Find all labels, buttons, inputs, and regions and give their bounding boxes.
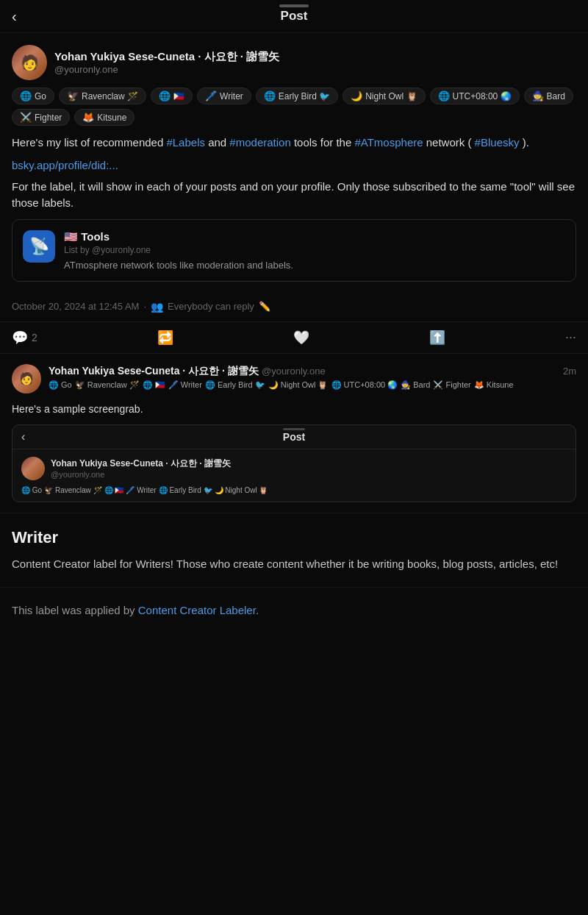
embed-icon: 📡: [23, 230, 55, 263]
label-writer-text: Writer: [220, 91, 243, 102]
post-labels-row: 🌐 Go 🦅 Ravenclaw 🪄 🌐 🇵🇭 🖊️ Writer 🌐 Earl…: [12, 88, 576, 126]
screenshot-author-row: Yohan Yukiya Sese-Cuneta · 사요한 · 謝雪矢 @yo…: [21, 457, 567, 480]
label-chip-bard[interactable]: 🧙 Bard: [524, 88, 573, 104]
utc-icon: 🌐: [438, 90, 450, 102]
comment-button[interactable]: 💬 2: [12, 330, 37, 346]
label-chip-writer[interactable]: 🖊️ Writer: [197, 88, 251, 104]
applied-prefix: This label was applied by: [12, 604, 138, 616]
label-chip-earlybird[interactable]: 🌐 Early Bird 🐦: [256, 88, 338, 104]
author-info: Yohan Yukiya Sese-Cuneta · 사요한 · 謝雪矢 @yo…: [54, 50, 279, 75]
label-info-desc: Content Creator label for Writers! Those…: [12, 556, 576, 573]
reply-label-kitsune[interactable]: 🦊 Kitsune: [474, 380, 514, 390]
label-flag-text: 🇵🇭: [173, 91, 184, 102]
hashtag-moderation[interactable]: #moderation: [229, 136, 290, 149]
reply-label-ravenclaw[interactable]: 🦅 Ravenclaw 🪄: [75, 380, 140, 390]
writer-icon: 🖊️: [205, 90, 217, 102]
label-chip-flag[interactable]: 🌐 🇵🇭: [151, 88, 193, 104]
ss-label-nightowl: 🌙 Night Owl 🦉: [215, 486, 268, 494]
label-chip-go[interactable]: 🌐 Go: [12, 88, 54, 104]
label-nightowl-text: Night Owl 🦉: [365, 91, 417, 102]
label-chip-kitsune[interactable]: 🦊 Kitsune: [74, 109, 135, 126]
comment-icon: 💬: [12, 330, 28, 346]
repost-button[interactable]: 🔁: [157, 330, 173, 346]
reply-author-row: 🧑 Yohan Yukiya Sese-Cuneta · 사요한 · 謝雪矢 @…: [12, 364, 576, 396]
flag-icon: 🌐: [159, 90, 171, 102]
label-chip-utc[interactable]: 🌐 UTC+08:00 🌏: [430, 88, 520, 104]
kitsune-icon: 🦊: [82, 112, 94, 123]
screenshot-author-info: Yohan Yukiya Sese-Cuneta · 사요한 · 謝雪矢 @yo…: [51, 458, 231, 479]
reply-label-bard[interactable]: 🧙 Bard: [401, 380, 430, 390]
screenshot-drag-bar: [283, 428, 305, 430]
screenshot-avatar: [21, 457, 45, 480]
share-button[interactable]: ⬆️: [429, 330, 445, 346]
author-name: Yohan Yukiya Sese-Cuneta · 사요한 · 謝雪矢: [54, 50, 279, 64]
like-icon: 🤍: [293, 330, 309, 346]
fighter-icon: ⚔️: [20, 112, 32, 123]
ss-label-flag: 🌐 🇵🇭: [104, 486, 124, 494]
hashtag-bluesky[interactable]: #Bluesky: [475, 136, 520, 149]
avatar[interactable]: 🧑: [12, 45, 47, 80]
profile-link[interactable]: bsky.app/profile/did:...: [12, 159, 118, 171]
screenshot-author-name: Yohan Yukiya Sese-Cuneta · 사요한 · 謝雪矢: [51, 458, 231, 470]
reply-label-nightowl[interactable]: 🌙 Night Owl 🦉: [268, 380, 329, 390]
header: ‹ Post: [0, 0, 588, 33]
ss-label-earlybird: 🌐 Early Bird 🐦: [159, 486, 212, 494]
reply-avatar[interactable]: 🧑: [12, 364, 41, 394]
reply-time: 2m: [563, 366, 576, 377]
embed-title: 🇺🇸 Tools: [64, 230, 293, 243]
reply-label-earlybird[interactable]: 🌐 Early Bird 🐦: [205, 380, 265, 390]
like-button[interactable]: 🤍: [293, 330, 309, 346]
reply-author-name: Yohan Yukiya Sese-Cuneta · 사요한 · 謝雪矢: [49, 365, 259, 377]
screenshot-embed: ‹ Post Yohan Yukiya Sese-Cuneta · 사요한 · …: [12, 424, 576, 502]
screenshot-header: ‹ Post: [12, 425, 576, 449]
ravenclaw-icon: 🦅: [67, 90, 79, 102]
reply-container: 🧑 Yohan Yukiya Sese-Cuneta · 사요한 · 謝雪矢 @…: [0, 354, 588, 513]
post-container: 🧑 Yohan Yukiya Sese-Cuneta · 사요한 · 謝雪矢 @…: [0, 33, 588, 282]
reply-name-row: Yohan Yukiya Sese-Cuneta · 사요한 · 謝雪矢 @yo…: [49, 364, 576, 378]
ss-label-writer: 🖊️ Writer: [126, 486, 156, 494]
share-icon: ⬆️: [429, 330, 445, 346]
reply-label-utc[interactable]: 🌐 UTC+08:00 🌏: [331, 380, 398, 390]
label-chip-fighter[interactable]: ⚔️ Fighter: [12, 109, 70, 126]
avatar-image: 🧑: [12, 45, 47, 80]
reply-label-writer[interactable]: 🖊️ Writer: [168, 380, 202, 390]
back-button[interactable]: ‹: [12, 8, 17, 25]
reply-label-go[interactable]: 🌐 Go: [49, 380, 72, 390]
reply-author-handle[interactable]: @youronly.one: [262, 366, 326, 377]
bard-icon: 🧙: [532, 90, 544, 102]
label-utc-text: UTC+08:00 🌏: [453, 91, 512, 102]
post-body-2: For the label, it will show in each of y…: [12, 179, 576, 212]
reply-labels: 🌐 Go 🦅 Ravenclaw 🪄 🌐 🇵🇭 🖊️ Writer 🌐 Earl…: [49, 380, 576, 390]
label-ravenclaw-text: Ravenclaw 🪄: [82, 91, 138, 102]
label-chip-nightowl[interactable]: 🌙 Night Owl 🦉: [343, 88, 425, 104]
label-fighter-text: Fighter: [35, 113, 62, 123]
label-info-title: Writer: [12, 528, 576, 547]
reply-label-flag[interactable]: 🌐 🇵🇭: [143, 380, 165, 390]
comment-count: 2: [32, 332, 37, 343]
nightowl-icon: 🌙: [351, 90, 362, 102]
audience-icon: 👥: [151, 301, 163, 313]
label-bard-text: Bard: [547, 91, 565, 102]
ss-label-ravenclaw: 🦅 Ravenclaw 🪄: [44, 486, 101, 494]
reply-label-fighter[interactable]: ⚔️ Fighter: [433, 380, 470, 390]
screenshot-author-handle: @youronly.one: [51, 470, 231, 479]
header-title: Post: [281, 9, 308, 24]
embed-card[interactable]: 📡 🇺🇸 Tools List by @youronly.one ATmosph…: [12, 219, 576, 282]
applied-link[interactable]: Content Creator Labeler: [138, 604, 256, 616]
label-go-text: Go: [35, 91, 46, 102]
embed-info: 🇺🇸 Tools List by @youronly.one ATmospher…: [64, 230, 293, 271]
more-button[interactable]: ···: [565, 330, 576, 345]
embed-desc: ATmosphere network tools like moderation…: [64, 260, 293, 271]
label-info-section: Writer Content Creator label for Writers…: [0, 513, 588, 588]
label-chip-ravenclaw[interactable]: 🦅 Ravenclaw 🪄: [59, 88, 146, 104]
earlybird-icon: 🌐: [264, 90, 276, 102]
screenshot-body: Yohan Yukiya Sese-Cuneta · 사요한 · 謝雪矢 @yo…: [12, 449, 576, 502]
audience-text: Everybody can reply: [168, 301, 254, 312]
post-body: Here's my list of recommended #Labels an…: [12, 135, 576, 152]
edit-icon[interactable]: ✏️: [259, 301, 270, 312]
hashtag-atmosphere[interactable]: #ATmosphere: [354, 136, 423, 149]
more-icon: ···: [565, 330, 576, 345]
hashtag-labels[interactable]: #Labels: [166, 136, 205, 149]
author-handle[interactable]: @youronly.one: [54, 64, 279, 75]
go-icon: 🌐: [20, 90, 32, 102]
